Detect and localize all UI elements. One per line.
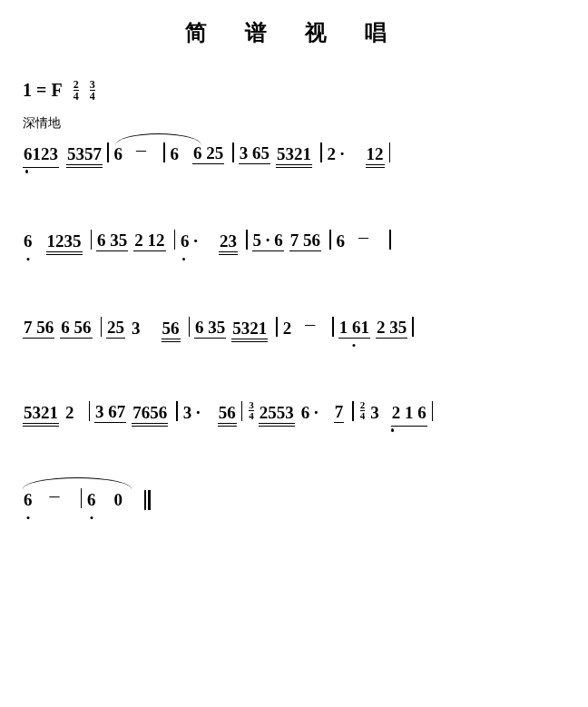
barline — [276, 317, 278, 337]
dash-rest: – — [50, 484, 60, 507]
note-group: 6 — [23, 231, 34, 251]
note-group: 1 61 — [338, 318, 370, 339]
time-signature-change: 34 — [249, 400, 254, 421]
note-group: 1235 — [46, 231, 83, 251]
note-group: 25 — [106, 318, 125, 339]
barline — [329, 230, 331, 250]
barline — [163, 142, 165, 162]
note-group: 2 35 — [376, 318, 407, 339]
note-group: 6 — [23, 490, 34, 510]
note-group: 3 67 — [94, 402, 126, 423]
note-group: 6 · — [300, 403, 319, 423]
music-line: 532123 6776563 ·563425536 ·72432 1 6 — [23, 402, 565, 423]
note-group: 7656 — [132, 403, 168, 423]
barline — [89, 401, 91, 421]
note-group: 7 — [334, 402, 345, 423]
note-group: 6 35 — [96, 231, 128, 251]
note-group: 2 — [64, 403, 75, 423]
note-group: 6 — [86, 490, 97, 510]
note-group: 2 · — [327, 144, 346, 164]
barline — [81, 488, 83, 508]
barline — [320, 142, 322, 162]
note-group: 3 — [131, 319, 142, 339]
note-group: 5321 — [276, 144, 312, 164]
note-group: 56 — [162, 319, 181, 339]
dash-rest: – — [358, 225, 368, 249]
expression-mark: 深情地 — [23, 115, 565, 132]
barline — [412, 317, 414, 337]
note-group: 56 — [218, 403, 237, 423]
note-group: 3 — [369, 403, 380, 423]
note-group: 7 56 — [23, 318, 54, 339]
barline — [101, 317, 103, 337]
note-group: 23 — [219, 231, 238, 251]
music-line: 612356 352 126 ·235 · 67 566– — [23, 228, 565, 251]
barline — [241, 401, 243, 421]
note-group: 2 12 — [133, 231, 165, 251]
barline — [174, 230, 176, 250]
key-label: 1 = F — [23, 80, 63, 101]
time-signature-1: 2 4 — [74, 79, 79, 102]
barline — [91, 230, 93, 250]
barline — [189, 317, 191, 337]
note-group: 6 56 — [60, 318, 92, 339]
barline — [332, 317, 334, 337]
note-group: 5321 — [23, 403, 59, 423]
dash-rest: – — [136, 138, 146, 162]
note-group: 3 · — [182, 403, 201, 423]
barline — [389, 142, 391, 162]
music-line: 612353576–66 253 6553212 ·12 — [23, 141, 565, 164]
note-group: 2 — [282, 319, 293, 339]
note-group: 6 — [113, 144, 124, 164]
note-group: 5357 — [66, 144, 103, 164]
key-signature-row: 1 = F 2 4 3 4 — [23, 79, 565, 102]
slur-mark — [115, 133, 201, 145]
time-signature-change: 24 — [360, 400, 366, 421]
barline — [352, 401, 354, 421]
note-group: 7 56 — [289, 231, 321, 251]
note-group: 3 65 — [239, 143, 270, 164]
barline — [232, 142, 234, 162]
page-title: 简 谱 视 唱 — [23, 18, 565, 47]
final-barline — [144, 490, 151, 510]
note-group: 6 25 — [192, 143, 224, 164]
note-group: 5 · 6 — [252, 231, 284, 251]
barline — [389, 230, 391, 250]
barline — [176, 401, 178, 421]
barline — [107, 142, 109, 162]
note-group: 6 · — [180, 231, 199, 251]
note-group: 2 1 6 — [391, 403, 427, 423]
music-body: 612353576–66 253 6553212 ·12612356 352 1… — [23, 141, 565, 510]
note-group: 6 — [336, 231, 347, 251]
note-group: 2553 — [259, 403, 295, 423]
slur-mark — [23, 477, 132, 489]
barline — [246, 230, 248, 250]
barline — [432, 401, 434, 421]
note-group: 0 — [113, 490, 124, 510]
note-group: 6 — [170, 144, 181, 164]
dash-rest: – — [305, 312, 315, 336]
note-group: 6 35 — [194, 318, 226, 339]
note-group: 6123 — [23, 144, 59, 164]
note-group: 12 — [366, 144, 385, 164]
note-group: 5321 — [231, 319, 268, 339]
music-line: 7 566 56253566 3553212–1 612 35 — [23, 315, 565, 339]
music-line: 6–60 — [23, 486, 565, 510]
time-signature-2: 3 4 — [90, 79, 95, 102]
